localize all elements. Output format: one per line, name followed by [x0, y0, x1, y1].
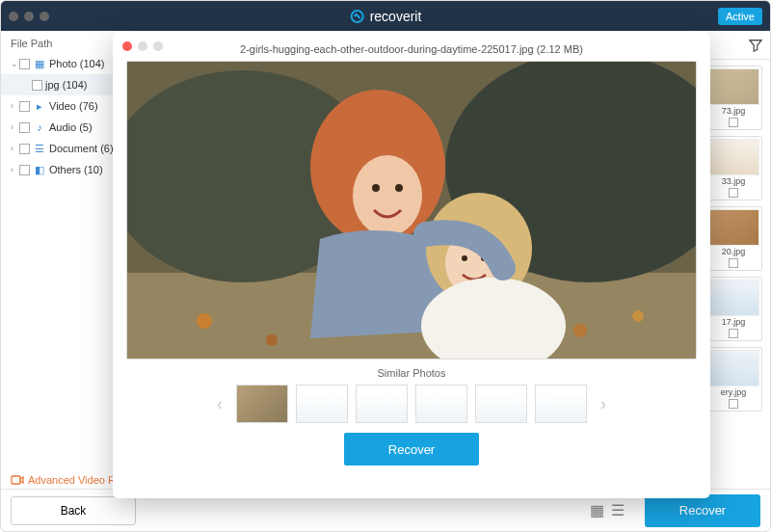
checkbox[interactable]: [19, 122, 30, 133]
checkbox[interactable]: [19, 144, 30, 154]
checkbox[interactable]: [19, 59, 30, 69]
photo-icon: ▦: [33, 57, 46, 70]
similar-thumbnail[interactable]: [356, 385, 408, 423]
svg-rect-1: [12, 476, 20, 484]
thumbnail[interactable]: 17.jpg: [705, 277, 762, 341]
window-traffic-lights[interactable]: [9, 12, 49, 21]
chevron-down-icon: ⌄: [11, 59, 16, 68]
chevron-right-icon: ›: [11, 165, 16, 174]
grid-view-icon[interactable]: ▦: [589, 503, 604, 519]
similar-thumbnail[interactable]: [475, 385, 527, 423]
chevron-right-icon: ›: [11, 144, 16, 153]
document-icon: ☰: [33, 142, 46, 155]
chevron-right-icon: ›: [11, 122, 16, 132]
tree-item-document[interactable]: ›☰Document (6): [1, 138, 130, 159]
similar-thumbnail[interactable]: [535, 385, 587, 423]
checkbox[interactable]: [729, 399, 738, 409]
thumbnail[interactable]: ery.jpg: [705, 347, 762, 412]
checkbox[interactable]: [19, 101, 30, 112]
app-header: recoverit Active: [1, 1, 770, 31]
checkbox[interactable]: [19, 165, 30, 175]
svg-point-7: [353, 155, 422, 236]
modal-recover-button[interactable]: Recover: [344, 433, 479, 466]
video-icon: ▸: [33, 99, 46, 113]
checkbox[interactable]: [729, 329, 738, 338]
svg-point-9: [395, 184, 403, 192]
svg-point-17: [573, 324, 587, 337]
thumbnail[interactable]: 33.jpg: [705, 136, 762, 200]
svg-point-12: [462, 255, 467, 261]
tree-item-video[interactable]: ›▸Video (76): [1, 95, 130, 117]
svg-point-16: [266, 334, 278, 346]
next-arrow-icon[interactable]: ›: [595, 394, 612, 414]
similar-thumbnail[interactable]: [415, 385, 467, 423]
similar-thumbnail[interactable]: [296, 385, 348, 423]
filter-icon[interactable]: [749, 39, 762, 52]
tree-item-jpg[interactable]: jpg (104): [1, 74, 130, 95]
app-title: recoverit: [350, 9, 422, 24]
svg-point-18: [632, 310, 644, 322]
back-button[interactable]: Back: [11, 496, 136, 525]
checkbox[interactable]: [729, 258, 738, 268]
prev-arrow-icon[interactable]: ‹: [211, 394, 228, 414]
checkbox[interactable]: [729, 118, 738, 127]
preview-filename: 2-girls-hugging-each-other-outdoor-durin…: [126, 40, 697, 61]
similar-thumbnail[interactable]: [236, 385, 288, 423]
checkbox[interactable]: [32, 80, 42, 91]
image-preview: [126, 61, 697, 359]
svg-point-15: [197, 313, 212, 329]
svg-point-8: [372, 184, 380, 192]
sidebar: File Path ⌄▦Photo (104) jpg (104) ›▸Vide…: [1, 31, 131, 493]
advanced-video-recovery-link[interactable]: Advanced Video Rec: [11, 473, 127, 487]
thumbnail[interactable]: 73.jpg: [705, 66, 762, 130]
recover-button[interactable]: Recover: [645, 494, 760, 527]
video-icon: [11, 473, 24, 487]
tree-item-photo[interactable]: ⌄▦Photo (104): [1, 53, 130, 74]
preview-modal: 2-girls-hugging-each-other-outdoor-durin…: [113, 32, 710, 498]
active-button[interactable]: Active: [718, 8, 762, 25]
thumbnail[interactable]: 20.jpg: [705, 206, 762, 271]
similar-photos-label: Similar Photos: [126, 367, 697, 379]
sidebar-heading: File Path: [1, 34, 130, 53]
list-view-icon[interactable]: ☰: [610, 503, 625, 519]
audio-icon: ♪: [33, 120, 46, 134]
tree-item-others[interactable]: ›◧Others (10): [1, 159, 130, 180]
chevron-right-icon: ›: [11, 101, 16, 111]
others-icon: ◧: [33, 163, 46, 176]
logo-icon: [350, 9, 365, 24]
checkbox[interactable]: [729, 188, 738, 198]
modal-traffic-lights[interactable]: [122, 41, 163, 51]
close-icon[interactable]: [122, 41, 132, 51]
similar-photos-row: ‹ ›: [126, 385, 697, 423]
tree-item-audio[interactable]: ›♪Audio (5): [1, 117, 130, 138]
